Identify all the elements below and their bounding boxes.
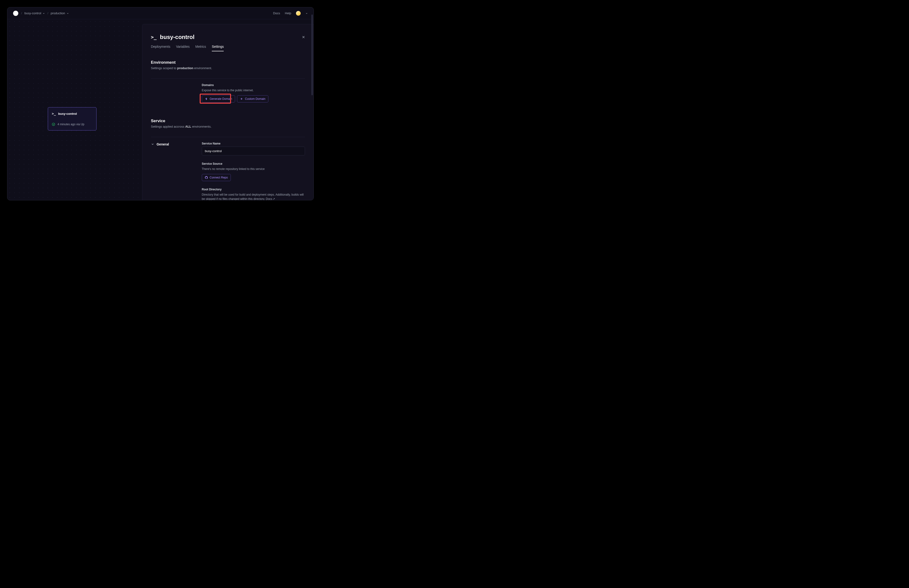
breadcrumb-separator: / — [21, 11, 22, 15]
general-right: Service Name Service Source There's no r… — [202, 142, 305, 200]
tabs: Deployments Variables Metrics Settings — [151, 45, 305, 52]
lightning-icon — [205, 97, 208, 100]
service-card-header: >_ busy-control — [52, 112, 92, 116]
tab-metrics[interactable]: Metrics — [195, 45, 206, 51]
service-source-desc: There's no remote repository linked to t… — [202, 167, 305, 171]
app-window: / busy-control / production Docs Help — [7, 7, 314, 200]
service-card-title: busy-control — [58, 112, 77, 116]
avatar[interactable] — [296, 11, 301, 16]
top-bar-right: Docs Help — [273, 11, 308, 16]
service-source-label: Service Source — [202, 162, 305, 165]
generate-domain-button[interactable]: Generate Domain — [202, 95, 235, 102]
root-directory-docs-link[interactable]: Docs↗ — [266, 197, 275, 200]
details-panel: >_ busy-control ✕ Deployments Variables … — [142, 24, 313, 200]
service-name-input[interactable] — [202, 147, 305, 155]
canvas-area[interactable]: >_ busy-control 4 minutes ago via Up — [7, 19, 142, 200]
connect-repo-label: Connect Repo — [210, 176, 228, 179]
generate-domain-label: Generate Domain — [210, 97, 232, 100]
connect-repo-button[interactable]: Connect Repo — [202, 174, 231, 181]
chevron-down-icon[interactable] — [151, 142, 154, 146]
tab-variables[interactable]: Variables — [176, 45, 189, 51]
tab-settings[interactable]: Settings — [212, 45, 224, 51]
domains-left — [151, 83, 202, 109]
terminal-icon: >_ — [52, 112, 56, 116]
domains-field: Domains Expose this service to the publi… — [202, 83, 305, 102]
generate-domain-highlight: Generate Domain — [202, 95, 235, 102]
environment-section: Environment Settings scoped to productio… — [151, 60, 305, 109]
chevron-down-icon — [42, 12, 45, 15]
domains-right: Domains Expose this service to the publi… — [202, 83, 305, 109]
terminal-icon: >_ — [151, 34, 157, 40]
svg-point-0 — [52, 123, 55, 126]
panel-title-group: >_ busy-control — [151, 34, 194, 40]
service-name-label: Service Name — [202, 142, 305, 145]
scrollbar[interactable] — [312, 15, 313, 95]
custom-domain-button[interactable]: Custom Domain — [237, 95, 268, 102]
service-desc: Settings applied accross ALL environment… — [151, 125, 305, 128]
external-link-icon: ↗ — [273, 197, 275, 200]
help-link[interactable]: Help — [285, 11, 291, 15]
service-card-status: 4 minutes ago via Up — [52, 123, 92, 126]
breadcrumb-project[interactable]: busy-control — [24, 11, 45, 15]
main-content: >_ busy-control 4 minutes ago via Up >_ … — [7, 19, 313, 200]
chevron-down-icon — [66, 12, 69, 15]
general-label: General — [157, 142, 169, 146]
service-section: Service Settings applied accross ALL env… — [151, 119, 305, 200]
custom-domain-label: Custom Domain — [245, 97, 265, 100]
service-title: Service — [151, 119, 305, 123]
logo-icon[interactable] — [13, 11, 18, 16]
chevron-down-icon[interactable] — [305, 12, 308, 15]
plus-icon — [240, 97, 243, 100]
github-icon — [205, 176, 208, 179]
breadcrumb-project-label: busy-control — [24, 11, 41, 15]
check-circle-icon — [52, 123, 55, 126]
root-directory-label: Root Directory — [202, 188, 305, 191]
domains-row: Domains Expose this service to the publi… — [151, 78, 305, 109]
breadcrumb-separator: / — [47, 11, 48, 15]
root-directory-field: Root Directory Directory that will be us… — [202, 188, 305, 200]
environment-desc: Settings scoped to production environmen… — [151, 66, 305, 70]
breadcrumb-environment-label: production — [51, 11, 65, 15]
breadcrumb: / busy-control / production — [21, 11, 69, 15]
service-source-field: Service Source There's no remote reposit… — [202, 162, 305, 181]
general-row: General Service Name Service Source Ther… — [151, 137, 305, 200]
status-text: 4 minutes ago via Up — [58, 123, 84, 126]
top-bar-left: / busy-control / production — [13, 11, 69, 16]
panel-title: busy-control — [160, 34, 194, 40]
panel-header: >_ busy-control ✕ — [151, 34, 305, 40]
service-name-field: Service Name — [202, 142, 305, 155]
environment-title: Environment — [151, 60, 305, 65]
breadcrumb-environment[interactable]: production — [51, 11, 69, 15]
tab-deployments[interactable]: Deployments — [151, 45, 170, 51]
docs-link[interactable]: Docs — [273, 11, 280, 15]
service-card[interactable]: >_ busy-control 4 minutes ago via Up — [48, 107, 97, 131]
domains-buttons: Generate Domain Custom Domain — [202, 95, 305, 102]
domains-desc: Expose this service to the public intern… — [202, 88, 305, 92]
root-directory-desc: Directory that will be used for build an… — [202, 192, 305, 200]
general-left: General — [151, 142, 202, 200]
domains-label: Domains — [202, 83, 305, 87]
top-bar: / busy-control / production Docs Help — [7, 7, 313, 19]
close-button[interactable]: ✕ — [302, 35, 305, 39]
